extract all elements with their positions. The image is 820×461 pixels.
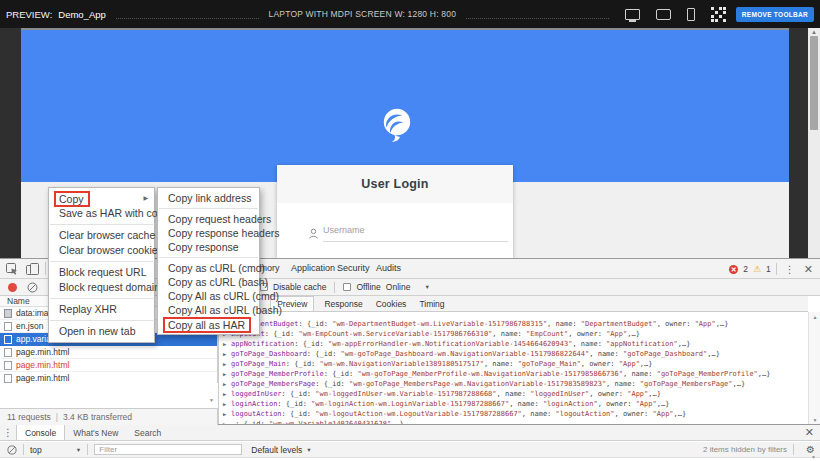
string-value: "logoutAction" <box>556 410 615 418</box>
string-value: "App" <box>627 390 648 398</box>
variable-key: goToPage_MembersPage <box>231 380 315 388</box>
qr-code-icon[interactable] <box>711 7 726 22</box>
json-variable-row[interactable]: ▶appNotification: {_id: "wm-appErrorHand… <box>223 339 808 349</box>
request-tab-response[interactable]: Response <box>321 297 365 311</box>
json-variable-row[interactable]: ▶EmpCount: {_id: "wm-EmpCount-wm.Service… <box>223 329 808 339</box>
image-file-icon <box>4 309 12 318</box>
string-value: "goToPage_MemberProfile" <box>657 370 758 378</box>
disclosure-triangle-icon[interactable]: ▶ <box>223 409 231 419</box>
tab-audits[interactable]: Audits <box>376 259 401 278</box>
disclosure-triangle-icon[interactable]: ▶ <box>223 339 231 349</box>
menu-item-label: Copy request headers <box>168 213 271 225</box>
remove-toolbar-button[interactable]: REMOVE TOOLBAR <box>736 7 814 22</box>
scroll-up-arrow-icon[interactable]: ▲ <box>809 29 819 35</box>
disclosure-triangle-icon[interactable]: ▶ <box>223 399 231 409</box>
menu-item-copy-all-as-curl-cmd-[interactable]: Copy All as cURL (cmd) <box>158 289 259 303</box>
json-variable-row[interactable]: ▶goToPage_MemberProfile: {_id: "wm-goToP… <box>223 369 808 379</box>
clear-console-icon[interactable] <box>7 445 17 455</box>
tablet-icon[interactable] <box>656 9 671 20</box>
username-input[interactable]: Username <box>323 225 508 242</box>
response-preview-pane: ▶DepartmentBudget: {_id: "wm-DepartmentB… <box>218 312 808 425</box>
warning-count: 1 <box>766 264 771 274</box>
menu-item-open-in-new-tab[interactable]: Open in new tab <box>49 324 154 339</box>
string-value: "App" <box>695 320 716 328</box>
menu-item-copy-response[interactable]: Copy response <box>158 240 259 254</box>
laptop-icon[interactable] <box>625 9 640 20</box>
request-tab-cookies[interactable]: Cookies <box>373 297 410 311</box>
menu-item-block-request-domain[interactable]: Block request domain <box>49 280 154 295</box>
error-badge-icon[interactable]: ✕ <box>729 265 738 274</box>
warning-icon[interactable]: ⚠ <box>753 265 761 274</box>
drawer-close-icon[interactable]: ✕ <box>805 425 814 440</box>
disclosure-triangle-icon[interactable]: ▶ <box>223 389 231 399</box>
device-switcher <box>625 7 726 22</box>
menu-item-replay-xhr[interactable]: Replay XHR <box>49 302 154 317</box>
toolbar-divider <box>116 18 259 19</box>
devtools-close-icon[interactable]: ✕ <box>804 263 813 276</box>
console-filter-input[interactable]: Filter <box>94 444 242 455</box>
console-tab-search[interactable]: Search <box>126 425 169 440</box>
menu-item-copy-response-headers[interactable]: Copy response headers <box>158 226 259 240</box>
scroll-arrow-icon[interactable]: ▼ <box>811 454 816 460</box>
device-toolbar-icon[interactable] <box>26 263 39 275</box>
menu-item-clear-browser-cache[interactable]: Clear browser cache <box>49 228 154 243</box>
menu-item-clear-browser-cookies[interactable]: Clear browser cookies <box>49 243 154 258</box>
request-tab-timing[interactable]: Timing <box>416 297 447 311</box>
chevron-down-icon[interactable]: ▼ <box>424 284 429 290</box>
json-variable-row[interactable]: ▶goToPage_Dashboard: {_id: "wm-goToPage_… <box>223 349 808 359</box>
execution-context-select[interactable]: top ▼ <box>30 445 81 455</box>
json-variable-row[interactable]: ▶logoutAction: {_id: "wm-logoutAction-wm… <box>223 409 808 419</box>
network-request-row[interactable]: page.min.html <box>0 346 217 359</box>
menu-item-block-request-url[interactable]: Block request URL <box>49 265 154 280</box>
summary-divider: | <box>56 412 58 422</box>
devtools-menu-icon[interactable]: ⋮ <box>785 264 795 275</box>
console-tab-console[interactable]: Console <box>16 425 65 440</box>
preview-pane-scrollbar[interactable]: ▲ ▼ <box>808 312 820 425</box>
inspect-element-icon[interactable] <box>6 263 18 275</box>
toolbar-separator <box>334 282 335 293</box>
menu-item-copy-link-address[interactable]: Copy link address <box>158 191 259 205</box>
error-count: 2 <box>743 264 748 274</box>
json-variable-row[interactable]: ▶DepartmentBudget: {_id: "wm-DepartmentB… <box>223 319 808 329</box>
drawer-menu-icon[interactable]: ⋮ <box>0 425 16 440</box>
scroll-up-arrow-icon[interactable]: ▲ <box>810 314 820 320</box>
tab-application[interactable]: Application <box>291 259 335 278</box>
menu-item-copy-as-curl-bash-[interactable]: Copy as cURL (bash) <box>158 275 259 289</box>
json-variable-row[interactable]: ▶goToPage_MembersPage: {_id: "wm-goToPag… <box>223 379 808 389</box>
menu-separator <box>159 257 258 258</box>
app-name: Demo_App <box>58 9 106 20</box>
record-network-log-button[interactable] <box>8 283 17 292</box>
copy-submenu: Copy link addressCopy request headersCop… <box>157 187 260 335</box>
menu-item-copy-all-as-curl-bash-[interactable]: Copy All as cURL (bash) <box>158 303 259 317</box>
network-request-row[interactable]: page.min.html <box>0 372 217 383</box>
disclosure-triangle-icon[interactable]: ▶ <box>223 379 231 389</box>
scroll-down-arrow-icon[interactable]: ▼ <box>810 417 820 423</box>
toolbar-separator <box>23 444 24 455</box>
disclosure-triangle-icon[interactable]: ▶ <box>223 369 231 379</box>
menu-separator <box>50 224 153 225</box>
login-card-body: Username <box>277 203 513 258</box>
json-variable-row[interactable]: ▶loggedInUser: {_id: "wm-loggedInUser-wm… <box>223 389 808 399</box>
network-request-row[interactable]: page.min.html <box>0 359 217 372</box>
disclosure-triangle-icon[interactable]: ▶ <box>223 359 231 369</box>
offline-checkbox[interactable] <box>343 283 351 291</box>
menu-item-copy[interactable]: Copy▶ <box>49 191 154 206</box>
menu-item-save-as-har-with-content[interactable]: Save as HAR with content <box>49 206 154 221</box>
json-variable-row[interactable]: ▶goToPage_Main: {_id: "wm-wm.NavigationV… <box>223 359 808 369</box>
menu-item-copy-all-as-har[interactable]: Copy all as HAR <box>158 317 259 331</box>
menu-item-copy-as-curl-cmd-[interactable]: Copy as cURL (cmd) <box>158 261 259 275</box>
phone-icon[interactable] <box>687 8 695 21</box>
disclosure-triangle-icon[interactable]: ▶ <box>223 349 231 359</box>
log-levels-select[interactable]: Default levels ▼ <box>251 445 311 455</box>
app-scrollbar-thumb[interactable] <box>810 36 818 130</box>
string-value: "wm-wm.NavigationVariable1389180517517" <box>320 360 484 368</box>
string-value: "App" <box>636 400 657 408</box>
console-tab-what-s-new[interactable]: What's New <box>65 425 126 440</box>
throttling-select[interactable]: Online <box>386 282 411 292</box>
list-scroll-down-icon[interactable]: ▼ <box>209 397 214 403</box>
json-variable-row[interactable]: ▶loginAction: {_id: "wm-loginAction-wm.L… <box>223 399 808 409</box>
clear-network-icon[interactable] <box>27 282 38 293</box>
tab-security[interactable]: Security <box>337 259 370 278</box>
menu-item-label: Copy response <box>168 241 239 253</box>
menu-item-copy-request-headers[interactable]: Copy request headers <box>158 212 259 226</box>
